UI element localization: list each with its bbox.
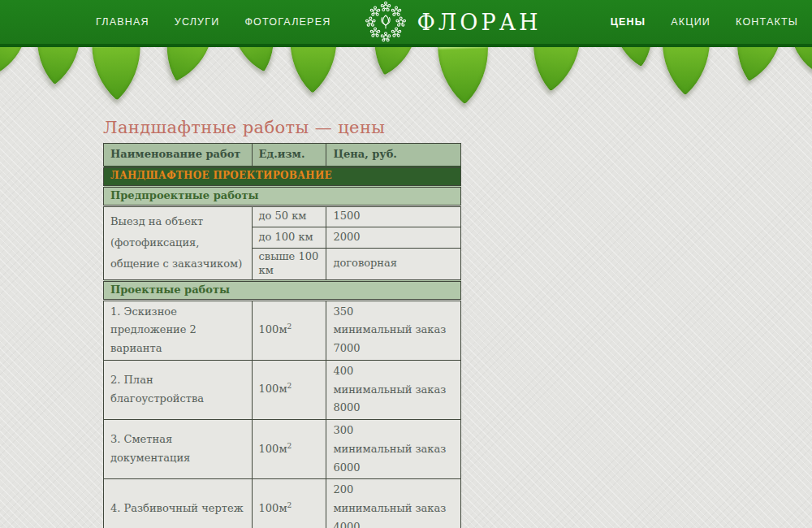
- price-cell: 2000: [326, 227, 461, 248]
- service-name-cell: 1. Эскизное предложение 2 варианта: [104, 300, 253, 360]
- price-note: минимальный заказ 8000: [333, 381, 454, 418]
- unit-cell: 100м2: [252, 479, 326, 528]
- section-header-row: ЛАНДШАФТНОЕ ПРОЕКТИРОВАНИЕ: [104, 167, 461, 186]
- price-cell: 350 минимальный заказ 7000: [326, 300, 461, 360]
- col-header-price: Цена, руб.: [326, 144, 461, 167]
- service-name-cell: 2. План благоустройства: [104, 360, 253, 419]
- nav-left: ГЛАВНАЯ УСЛУГИ ФОТОГАЛЕРЕЯ: [96, 16, 330, 28]
- price-note: минимальный заказ 6000: [333, 440, 454, 478]
- service-name-cell: Выезд на объект (фотофиксация, общение с…: [104, 206, 253, 280]
- nav-item-aktsii[interactable]: АКЦИИ: [671, 16, 710, 28]
- price-value: 300: [333, 424, 353, 436]
- price-note: минимальный заказ 4000: [333, 500, 454, 528]
- floral-wreath-icon: [365, 1, 407, 43]
- table-header-row: Наименование работ Ед.изм. Цена, руб.: [104, 144, 461, 167]
- nav-item-fotogalereya[interactable]: ФОТОГАЛЕРЕЯ: [244, 16, 330, 28]
- price-table: Наименование работ Ед.изм. Цена, руб. ЛА…: [103, 143, 461, 528]
- unit-cell: 100м2: [252, 300, 326, 360]
- table-row: 3. Сметная документация 100м2 300 минима…: [104, 420, 461, 479]
- price-value: 350: [333, 305, 353, 318]
- price-cell: договорная: [326, 248, 461, 280]
- service-name-cell: 3. Сметная документация: [104, 420, 253, 479]
- subheader-predesign: Предпроектные работы: [104, 186, 461, 206]
- price-cell: 200 минимальный заказ 4000: [326, 479, 461, 528]
- unit-cell: до 100 км: [252, 227, 326, 248]
- logo[interactable]: ФЛОРАН: [365, 1, 541, 43]
- price-value: 200: [333, 483, 353, 496]
- table-row: 4. Разбивочный чертеж 100м2 200 минималь…: [104, 479, 461, 528]
- price-cell: 300 минимальный заказ 6000: [326, 420, 461, 479]
- subheader-row-design: Проектные работы: [104, 280, 461, 300]
- col-header-unit: Ед.изм.: [252, 144, 326, 167]
- unit-cell: свыше 100 км: [252, 248, 326, 280]
- unit-cell: 100м2: [252, 420, 326, 479]
- top-bar: ГЛАВНАЯ УСЛУГИ ФОТОГАЛЕРЕЯ: [0, 0, 812, 47]
- price-cell: 400 минимальный заказ 8000: [326, 360, 461, 419]
- nav-item-kontakty[interactable]: КОНТАКТЫ: [736, 16, 798, 28]
- logo-text: ФЛОРАН: [417, 10, 541, 35]
- price-note: минимальный заказ 7000: [333, 321, 454, 358]
- price-cell: 1500: [326, 206, 461, 227]
- table-row: 2. План благоустройства 100м2 400 минима…: [104, 360, 461, 419]
- nav-item-tseny[interactable]: ЦЕНЫ: [611, 16, 646, 28]
- table-row: 1. Эскизное предложение 2 варианта 100м2…: [104, 300, 461, 360]
- nav-item-uslugi[interactable]: УСЛУГИ: [175, 16, 220, 28]
- table-row: Выезд на объект (фотофиксация, общение с…: [104, 206, 461, 227]
- unit-cell: 100м2: [252, 360, 326, 419]
- nav-item-glavnaya[interactable]: ГЛАВНАЯ: [96, 16, 149, 28]
- page-title: Ландшафтные работы — цены: [103, 118, 461, 137]
- subheader-row-predesign: Предпроектные работы: [104, 186, 461, 206]
- section-title: ЛАНДШАФТНОЕ ПРОЕКТИРОВАНИЕ: [104, 167, 461, 186]
- main-content: Ландшафтные работы — цены Наименование р…: [103, 118, 461, 528]
- col-header-name: Наименование работ: [104, 144, 253, 167]
- service-name-cell: 4. Разбивочный чертеж: [104, 479, 253, 528]
- subheader-design: Проектные работы: [104, 280, 461, 300]
- unit-cell: до 50 км: [252, 206, 326, 227]
- price-value: 400: [333, 365, 353, 377]
- nav-right: ЦЕНЫ АКЦИИ КОНТАКТЫ: [611, 16, 798, 28]
